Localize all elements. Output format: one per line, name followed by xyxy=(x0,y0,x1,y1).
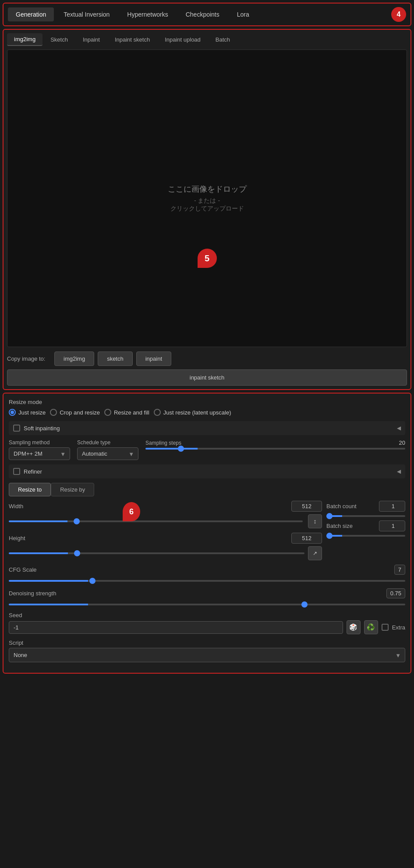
resize-mode-title: Resize mode xyxy=(9,399,405,405)
denoising-label: Denoising strength xyxy=(9,590,56,597)
resize-tabs: Resize to Resize by xyxy=(9,483,405,496)
sampling-method-wrapper: DPM++ 2M ▼ xyxy=(9,447,70,460)
resize-and-fill[interactable]: Resize and fill xyxy=(104,409,149,416)
sub-tab-inpaint-sketch[interactable]: Inpaint sketch xyxy=(108,33,157,46)
sampling-row: Sampling method DPM++ 2M ▼ Schedule type… xyxy=(9,439,405,460)
image-drop-zone[interactable]: ここに画像をドロップ - または - クリックしてアップロード 5 xyxy=(7,49,407,347)
refiner-label: Refiner xyxy=(24,468,42,475)
nav-tab-generation[interactable]: Generation xyxy=(8,7,54,21)
denoising-value: 0.75 xyxy=(386,588,405,598)
badge-6: 6 xyxy=(123,502,140,521)
width-label: Width xyxy=(9,503,35,510)
drop-line2: - または - xyxy=(194,197,220,205)
seed-recycle-btn[interactable]: ♻️ xyxy=(364,620,378,634)
radio-just-resize-circle xyxy=(9,409,16,416)
wh-right: Batch count Batch size xyxy=(326,501,405,565)
extra-label: Extra xyxy=(392,624,405,631)
script-label: Script xyxy=(9,640,405,646)
script-select[interactable]: None xyxy=(9,648,405,662)
sampling-method-label: Sampling method xyxy=(9,439,70,446)
soft-inpainting-checkbox[interactable] xyxy=(13,425,20,432)
sub-tab-inpaint[interactable]: Inpaint xyxy=(76,33,107,46)
badge-5: 5 xyxy=(198,249,217,268)
nav-tab-textual-inversion[interactable]: Textual Inversion xyxy=(56,7,117,21)
nav-tab-hypernetworks[interactable]: Hypernetworks xyxy=(119,7,176,21)
resize-latent-upscale[interactable]: Just resize (latent upscale) xyxy=(154,409,231,416)
resize-mode-options: Just resize Crop and resize Resize and f… xyxy=(9,409,405,416)
drop-line1: ここに画像をドロップ xyxy=(168,184,247,194)
script-row: Script None ▼ xyxy=(9,640,405,662)
soft-inpainting-collapse[interactable]: ◀ xyxy=(397,425,401,431)
cfg-scale-row: CFG Scale 7 xyxy=(9,565,405,583)
sub-tabs: img2img Sketch Inpaint Inpaint sketch In… xyxy=(7,33,407,46)
batch-size-row: Batch size xyxy=(326,520,405,531)
wh-left: Width ↕ 6 Height ↗ xyxy=(9,501,322,565)
sub-tab-sketch[interactable]: Sketch xyxy=(43,33,75,46)
cfg-scale-slider[interactable] xyxy=(9,580,405,582)
dimensions-area: Width ↕ 6 Height ↗ xyxy=(9,501,405,565)
nav-tab-lora[interactable]: Lora xyxy=(229,7,257,21)
sampling-steps-group: Sampling steps 20 xyxy=(145,439,405,450)
batch-size-input[interactable] xyxy=(379,520,405,531)
height-slider-row: ↗ xyxy=(9,546,322,560)
denoising-slider[interactable] xyxy=(9,604,405,605)
sub-tab-inpaint-upload[interactable]: Inpaint upload xyxy=(158,33,208,46)
seed-row: Seed 🎲 ♻️ Extra xyxy=(9,612,405,634)
resize-to-tab[interactable]: Resize to xyxy=(9,483,51,496)
height-input[interactable] xyxy=(291,533,322,544)
copy-to-inpaint[interactable]: inpaint xyxy=(136,351,171,366)
resize-crop-and-resize[interactable]: Crop and resize xyxy=(50,409,100,416)
nav-tab-checkpoints[interactable]: Checkpoints xyxy=(178,7,227,21)
denoising-header: Denoising strength 0.75 xyxy=(9,588,405,598)
sampling-steps-slider[interactable] xyxy=(145,448,405,450)
width-slider-row: ↕ xyxy=(9,514,322,528)
schedule-type-label: Schedule type xyxy=(77,439,138,446)
radio-crop-resize-circle xyxy=(50,409,57,416)
extra-checkbox[interactable] xyxy=(382,624,389,631)
resize-by-tab[interactable]: Resize by xyxy=(51,483,94,496)
seed-input[interactable] xyxy=(9,621,343,634)
refiner-row: Refiner ◀ xyxy=(9,464,405,478)
batch-count-slider[interactable] xyxy=(326,515,405,517)
batch-count-input[interactable] xyxy=(379,501,405,512)
height-row: Height xyxy=(9,533,322,544)
copy-image-row: Copy image to: img2img sketch inpaint xyxy=(7,351,407,366)
resize-and-fill-label: Resize and fill xyxy=(114,409,149,416)
inner-panel: img2img Sketch Inpaint Inpaint sketch In… xyxy=(3,29,411,390)
swap-dimensions-btn[interactable]: ↕ xyxy=(308,514,322,528)
sampling-method-select[interactable]: DPM++ 2M xyxy=(9,447,70,460)
radio-latent-circle xyxy=(154,409,161,416)
aspect-ratio-btn[interactable]: ↗ xyxy=(308,546,322,560)
copy-to-inpaint-sketch[interactable]: inpaint sketch xyxy=(7,369,407,386)
refiner-checkbox[interactable] xyxy=(13,468,20,475)
copy-to-img2img[interactable]: img2img xyxy=(54,351,94,366)
seed-row-inner: 🎲 ♻️ Extra xyxy=(9,620,405,634)
seed-label: Seed xyxy=(9,612,405,618)
schedule-type-wrapper: Automatic ▼ xyxy=(77,447,138,460)
schedule-type-select[interactable]: Automatic xyxy=(77,447,138,460)
resize-just-resize[interactable]: Just resize xyxy=(9,409,46,416)
resize-just-resize-label: Just resize xyxy=(18,409,46,416)
seed-dice-btn[interactable]: 🎲 xyxy=(347,620,361,634)
batch-count-label: Batch count xyxy=(326,503,357,510)
resize-latent-label: Just resize (latent upscale) xyxy=(163,409,231,416)
denoising-row: Denoising strength 0.75 xyxy=(9,588,405,607)
resize-crop-and-resize-label: Crop and resize xyxy=(60,409,100,416)
height-slider[interactable] xyxy=(9,552,304,554)
refiner-collapse[interactable]: ◀ xyxy=(397,468,401,474)
radio-resize-fill-circle xyxy=(104,409,111,416)
soft-inpainting-label: Soft inpainting xyxy=(24,425,60,432)
width-slider[interactable] xyxy=(9,520,303,522)
cfg-scale-value: 7 xyxy=(394,565,405,575)
sub-tab-img2img[interactable]: img2img xyxy=(7,33,42,46)
batch-size-slider[interactable] xyxy=(326,535,405,537)
width-row: Width xyxy=(9,501,322,512)
steps-header: Sampling steps 20 xyxy=(145,439,405,446)
sub-tab-batch[interactable]: Batch xyxy=(209,33,237,46)
width-input[interactable] xyxy=(291,501,322,512)
script-wrapper: None ▼ xyxy=(9,648,405,662)
height-label: Height xyxy=(9,535,35,541)
copy-to-sketch[interactable]: sketch xyxy=(98,351,133,366)
width-swap-btns: ↕ xyxy=(308,514,322,528)
cfg-scale-header: CFG Scale 7 xyxy=(9,565,405,575)
